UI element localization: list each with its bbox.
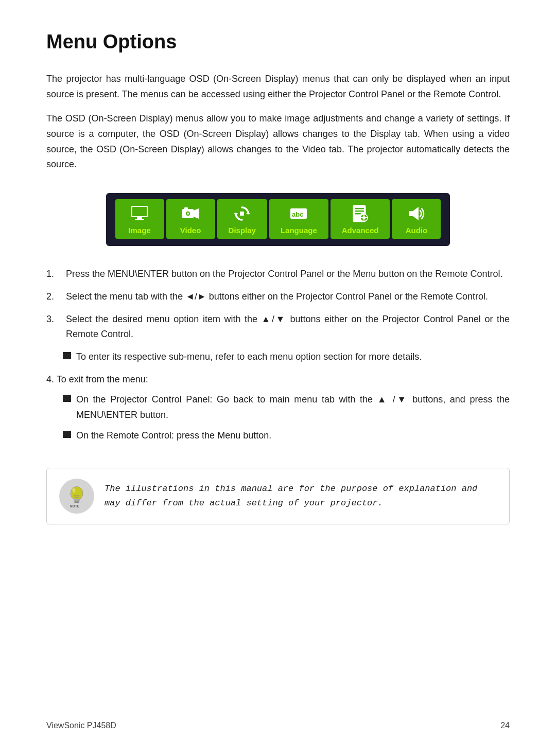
bullet-icon-2 bbox=[63, 431, 71, 438]
step-3-num: 3. bbox=[46, 312, 61, 342]
note-icon-wrap: NOTE bbox=[59, 479, 94, 514]
sub-bullet-step3: To enter its respective sub-menu, refer … bbox=[63, 349, 510, 365]
svg-rect-2 bbox=[137, 217, 142, 219]
step-1-text: Press the MENU\ENTER button on the Proje… bbox=[66, 267, 502, 282]
tab-advanced-label: Advanced bbox=[342, 226, 379, 235]
instructions-section: 1. Press the MENU\ENTER button on the Pr… bbox=[46, 267, 510, 443]
step4-bullet-1-text: On the Projector Control Panel: Go back … bbox=[76, 392, 510, 423]
bullet-icon-1 bbox=[63, 395, 71, 402]
step-4-label: 4. To exit from the menu: bbox=[46, 372, 510, 388]
tab-display[interactable]: Display bbox=[217, 199, 267, 239]
step-2-text: Select the menu tab with the ◄/► buttons… bbox=[66, 289, 488, 305]
tab-image[interactable]: Image bbox=[115, 199, 164, 239]
svg-marker-7 bbox=[194, 208, 199, 219]
svg-marker-10 bbox=[234, 213, 238, 216]
tab-display-label: Display bbox=[229, 226, 256, 235]
svg-rect-11 bbox=[240, 212, 244, 216]
tab-advanced[interactable]: Advanced bbox=[331, 199, 390, 239]
tab-language[interactable]: abc Language bbox=[269, 199, 328, 239]
svg-rect-8 bbox=[184, 207, 188, 209]
tab-language-label: Language bbox=[281, 226, 317, 235]
intro-paragraph-2: The OSD (On-Screen Display) menus allow … bbox=[46, 111, 510, 172]
svg-point-6 bbox=[187, 213, 189, 215]
svg-rect-3 bbox=[135, 219, 144, 220]
menu-bar: Image Video bbox=[106, 193, 450, 246]
display-icon bbox=[233, 204, 251, 223]
tab-video[interactable]: Video bbox=[166, 199, 215, 239]
svg-text:NOTE: NOTE bbox=[70, 504, 80, 508]
footer-brand: ViewSonic PJ458D bbox=[46, 721, 116, 730]
svg-rect-22 bbox=[409, 211, 413, 216]
step-2: 2. Select the menu tab with the ◄/► butt… bbox=[46, 289, 510, 305]
steps-list: 1. Press the MENU\ENTER button on the Pr… bbox=[46, 267, 510, 342]
tab-video-label: Video bbox=[180, 226, 201, 235]
audio-icon bbox=[407, 204, 426, 223]
sub-bullet-step3-text: To enter its respective sub-menu, refer … bbox=[76, 349, 422, 365]
step-1-num: 1. bbox=[46, 267, 61, 282]
lightbulb-icon: NOTE bbox=[67, 484, 86, 508]
step4-bullets: On the Projector Control Panel: Go back … bbox=[63, 392, 510, 443]
svg-marker-9 bbox=[246, 212, 250, 214]
language-icon: abc bbox=[289, 204, 308, 223]
footer: ViewSonic PJ458D 24 bbox=[46, 700, 510, 730]
monitor-icon bbox=[130, 204, 149, 223]
svg-rect-27 bbox=[74, 499, 79, 502]
step-3-text: Select the desired menu option item with… bbox=[66, 312, 510, 342]
note-text: The illustrations in this manual are for… bbox=[105, 482, 497, 511]
svg-marker-23 bbox=[413, 207, 419, 220]
menu-bar-wrapper: Image Video bbox=[46, 193, 510, 246]
tab-audio-label: Audio bbox=[406, 226, 428, 235]
svg-point-24 bbox=[71, 487, 83, 500]
tab-audio[interactable]: Audio bbox=[392, 199, 441, 239]
svg-rect-17 bbox=[355, 213, 361, 215]
step4-bullet-2-text: On the Remote Control: press the Menu bu… bbox=[76, 428, 271, 444]
svg-text:abc: abc bbox=[292, 210, 303, 218]
camera-icon bbox=[181, 204, 200, 223]
step-1: 1. Press the MENU\ENTER button on the Pr… bbox=[46, 267, 510, 282]
svg-rect-16 bbox=[355, 210, 364, 212]
step-3: 3. Select the desired menu option item w… bbox=[46, 312, 510, 342]
advanced-icon bbox=[351, 204, 370, 223]
sub-bullet-list-step3: To enter its respective sub-menu, refer … bbox=[63, 349, 510, 365]
step-2-num: 2. bbox=[46, 289, 61, 305]
intro-paragraph-1: The projector has multi-language OSD (On… bbox=[46, 72, 510, 102]
svg-rect-1 bbox=[132, 207, 147, 216]
svg-rect-15 bbox=[355, 208, 364, 209]
svg-rect-28 bbox=[74, 501, 79, 503]
note-box: NOTE The illustrations in this manual ar… bbox=[46, 468, 510, 524]
bullet-icon bbox=[63, 352, 71, 359]
tab-image-label: Image bbox=[128, 226, 150, 235]
step4-bullet-1: On the Projector Control Panel: Go back … bbox=[63, 392, 510, 423]
step4-bullet-2: On the Remote Control: press the Menu bu… bbox=[63, 428, 510, 444]
footer-page: 24 bbox=[500, 721, 510, 730]
page-title: Menu Options bbox=[46, 31, 510, 53]
